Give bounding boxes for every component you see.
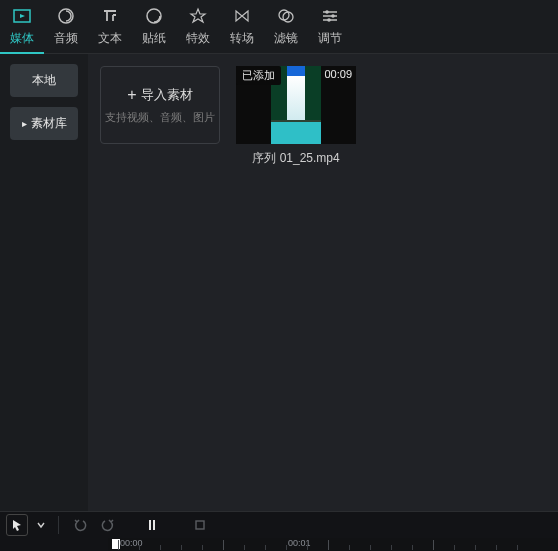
sidebar-local[interactable]: 本地 <box>10 64 78 97</box>
ruler-tick <box>328 540 329 550</box>
media-icon <box>12 6 32 26</box>
redo-button[interactable] <box>97 514 119 536</box>
tab-text[interactable]: 文本 <box>88 0 132 54</box>
sidebar-library[interactable]: ▸ 素材库 <box>10 107 78 140</box>
chevron-right-icon: ▸ <box>22 118 27 129</box>
ruler-tick <box>202 545 203 550</box>
sticker-icon <box>144 6 164 26</box>
tab-transition[interactable]: 转场 <box>220 0 264 54</box>
tab-label: 文本 <box>98 30 122 47</box>
svg-point-7 <box>331 14 335 18</box>
top-tab-bar: 媒体 音频 文本 贴纸 特效 转场 滤镜 <box>0 0 558 54</box>
pointer-dropdown[interactable] <box>34 514 48 536</box>
crop-tool[interactable] <box>189 514 211 536</box>
tab-label: 调节 <box>318 30 342 47</box>
ruler-tick <box>517 545 518 550</box>
audio-icon <box>56 6 76 26</box>
timeline-toolbar: 00:00 00:01 <box>0 511 558 551</box>
tab-adjust[interactable]: 调节 <box>308 0 352 54</box>
ruler-tick <box>433 540 434 550</box>
tab-filter[interactable]: 滤镜 <box>264 0 308 54</box>
ruler-tick <box>412 545 413 550</box>
split-tool[interactable] <box>141 514 163 536</box>
ruler-tick <box>265 545 266 550</box>
transition-icon <box>232 6 252 26</box>
ruler-tick <box>181 545 182 550</box>
tab-label: 音频 <box>54 30 78 47</box>
clip-added-badge: 已添加 <box>236 66 281 85</box>
ruler-tick <box>244 545 245 550</box>
main-area: 本地 ▸ 素材库 + 导入素材 支持视频、音频、图片 <box>0 54 558 511</box>
timeline-ruler[interactable]: 00:00 00:01 <box>108 538 558 551</box>
svg-point-3 <box>147 9 161 23</box>
ruler-tick <box>223 540 224 550</box>
sidebar: 本地 ▸ 素材库 <box>0 54 88 511</box>
ruler-tick <box>307 545 308 550</box>
clip-duration: 00:09 <box>324 68 352 80</box>
tab-label: 特效 <box>186 30 210 47</box>
media-clip[interactable]: 已添加 00:09 序列 01_25.mp4 <box>236 66 356 167</box>
ruler-tick <box>391 545 392 550</box>
tab-label: 媒体 <box>10 30 34 47</box>
import-title: 导入素材 <box>141 86 193 104</box>
ruler-tick <box>118 540 119 550</box>
ruler-tick <box>160 545 161 550</box>
adjust-icon <box>320 6 340 26</box>
import-card[interactable]: + 导入素材 支持视频、音频、图片 <box>100 66 220 144</box>
ruler-tick <box>139 545 140 550</box>
clip-filename: 序列 01_25.mp4 <box>252 150 339 167</box>
ruler-tick <box>475 545 476 550</box>
tab-label: 转场 <box>230 30 254 47</box>
svg-marker-1 <box>20 14 25 18</box>
svg-point-8 <box>327 18 331 22</box>
ruler-tick <box>496 545 497 550</box>
svg-point-6 <box>325 10 329 14</box>
ruler-tick <box>454 545 455 550</box>
tab-label: 贴纸 <box>142 30 166 47</box>
undo-button[interactable] <box>69 514 91 536</box>
plus-icon: + <box>127 87 136 103</box>
tab-audio[interactable]: 音频 <box>44 0 88 54</box>
ruler-tick <box>286 545 287 550</box>
tab-sticker[interactable]: 贴纸 <box>132 0 176 54</box>
svg-rect-9 <box>196 521 204 529</box>
divider <box>58 516 59 534</box>
import-hint: 支持视频、音频、图片 <box>105 110 215 125</box>
media-panel: + 导入素材 支持视频、音频、图片 已添加 00:09 序列 01_25.mp4 <box>88 54 558 511</box>
tab-effect[interactable]: 特效 <box>176 0 220 54</box>
effect-icon <box>188 6 208 26</box>
pointer-tool[interactable] <box>6 514 28 536</box>
filter-icon <box>276 6 296 26</box>
ruler-tick <box>370 545 371 550</box>
clip-thumbnail[interactable]: 已添加 00:09 <box>236 66 356 144</box>
tab-label: 滤镜 <box>274 30 298 47</box>
sidebar-library-label: 素材库 <box>31 115 67 132</box>
text-icon <box>100 6 120 26</box>
ruler-tick <box>349 545 350 550</box>
tab-media[interactable]: 媒体 <box>0 0 44 54</box>
